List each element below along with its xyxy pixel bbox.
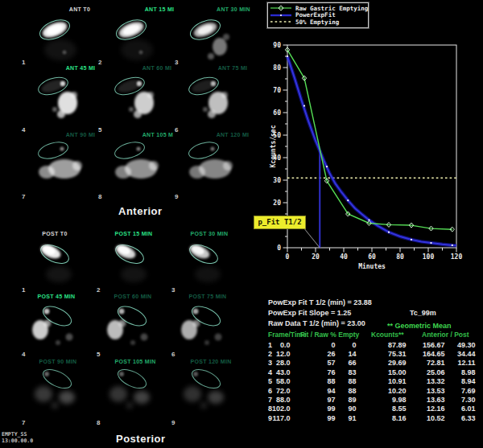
posterior-cell-2[interactable] (97, 238, 173, 291)
result-cell: 91 (336, 413, 357, 422)
svg-text:80: 80 (396, 253, 404, 261)
scintigraphy-image (23, 74, 98, 124)
result-cell: 87.89 (357, 340, 407, 349)
result-cell: 25.06 (407, 368, 445, 376)
result-cell: 88 (336, 377, 357, 386)
legend-swatch-fit (270, 12, 291, 18)
legend-swatch-raw (270, 5, 291, 11)
posterior-frame-label: POST T0 (42, 231, 67, 236)
result-cell: 1 (266, 340, 272, 349)
result-cell: 5 (266, 377, 272, 386)
posterior-cell-7[interactable] (23, 365, 98, 418)
header-fit-raw: Fit / Raw % Empty (300, 331, 359, 339)
svg-text:80: 80 (273, 64, 281, 72)
study-time: 13:00.00.0 (2, 438, 33, 444)
scintigraphy-image (97, 365, 173, 415)
result-cell: 6 (266, 386, 272, 395)
anterior-cell-5[interactable] (99, 74, 175, 127)
result-cell: 14 (336, 349, 357, 358)
posterior-cell-5[interactable] (97, 301, 173, 354)
anterior-cell-1[interactable] (23, 14, 98, 68)
legend-item: PowerExpFit (270, 12, 365, 19)
result-cell: 8.94 (445, 377, 476, 386)
anterior-cell-4[interactable] (23, 74, 98, 127)
posterior-cell-9[interactable] (171, 365, 247, 418)
posterior-frame-number: 7 (22, 419, 25, 426)
posterior-frame-number: 5 (97, 351, 100, 358)
anterior-frame-number: 3 (175, 59, 178, 66)
anterior-cell-7[interactable] (23, 140, 98, 193)
scintigraphy-image (99, 14, 175, 64)
raw-thalf-line: Raw Data T 1/2 (min) = 23.00 (268, 319, 365, 327)
svg-text:0: 0 (286, 253, 290, 261)
result-cell: 7 (266, 395, 272, 404)
posterior-frame-label: POST 60 MIN (114, 294, 152, 299)
result-row: 212.0261475.31164.6534.44 (266, 349, 476, 358)
anterior-frame-number: 5 (98, 126, 101, 134)
plot-frame (287, 45, 456, 248)
anterior-frame-number: 9 (175, 193, 178, 200)
anterior-frame-number: 1 (22, 59, 25, 66)
anterior-frame-label: ANT 60 MI (142, 65, 172, 71)
svg-text:90: 90 (273, 42, 281, 49)
result-cell: 29.69 (357, 359, 407, 368)
result-cell: 88 (291, 377, 336, 386)
study-name: EMPTY_SS (2, 431, 33, 438)
result-cell: 89 (336, 395, 357, 404)
scintigraphy-image (173, 14, 249, 64)
result-cell: 7.30 (445, 395, 476, 404)
posterior-frame-number: 4 (22, 351, 25, 358)
result-cell: 13.32 (407, 377, 445, 386)
anterior-cell-2[interactable] (99, 14, 175, 68)
scintigraphy-image (23, 140, 98, 190)
result-row: 8102.099908.5512.166.01 (266, 405, 476, 413)
posterior-section-title: Posterior (116, 433, 166, 445)
posterior-cell-1[interactable] (23, 238, 98, 291)
result-cell: 72.0 (272, 386, 291, 395)
header-kcounts: Kcounts** (371, 331, 404, 339)
scintigraphy-image (23, 238, 98, 288)
result-cell: 12.0 (272, 349, 291, 358)
geometric-mean-note: ** Geometric Mean (387, 322, 452, 330)
anterior-frame-label: ANT 30 MIN (217, 6, 250, 12)
result-cell: 99 (291, 413, 336, 422)
scintigraphy-image (171, 238, 247, 288)
posterior-cell-6[interactable] (171, 301, 247, 354)
svg-text:20: 20 (273, 199, 281, 207)
scintigraphy-image (23, 301, 98, 351)
anterior-frame-number: 2 (98, 59, 101, 66)
posterior-frame-label: POST 75 MIN (189, 294, 227, 299)
posterior-frame-number: 8 (97, 419, 100, 426)
chart-legend: Raw Gastric Emptying PowerExpFit 50% Emp… (267, 2, 369, 28)
posterior-cell-4[interactable] (23, 301, 98, 354)
result-cell: 7.69 (445, 386, 476, 395)
anterior-frame-label: ANT 105 M (142, 132, 174, 138)
result-cell: 72.81 (407, 359, 445, 368)
scintigraphy-image (171, 365, 247, 415)
result-cell: 76 (291, 368, 336, 376)
posterior-frame-label: POST 30 MIN (191, 231, 229, 236)
scintigraphy-image (173, 74, 249, 124)
result-cell: 10.52 (407, 413, 445, 422)
result-row: 558.0888810.9113.328.94 (266, 377, 476, 386)
anterior-cell-6[interactable] (173, 74, 249, 127)
result-cell: 28.0 (272, 359, 291, 368)
result-cell: 102.0 (272, 405, 291, 413)
result-cell: 10.20 (357, 386, 407, 395)
posterior-cell-3[interactable] (171, 238, 247, 291)
result-row: 443.0768315.0025.068.98 (266, 368, 476, 376)
fit-slope-line: PowExp Fit Slope = 1.25 (268, 309, 351, 317)
result-cell: 8 (266, 405, 272, 413)
svg-text:30: 30 (273, 177, 281, 184)
result-row: 9117.099918.1610.526.33 (266, 413, 476, 422)
result-cell: 4 (266, 368, 272, 376)
anterior-cell-8[interactable] (99, 140, 175, 193)
posterior-frame-number: 1 (22, 286, 25, 294)
result-cell: 99 (291, 405, 336, 413)
anterior-cell-3[interactable] (173, 14, 249, 68)
legend-item-label: 50% Emptying (295, 18, 339, 26)
posterior-cell-8[interactable] (97, 365, 173, 418)
anterior-section-title: Anterior (118, 205, 163, 217)
anterior-cell-9[interactable] (173, 140, 249, 193)
t-half-marker[interactable]: p_Fit T1/2 (254, 216, 306, 229)
